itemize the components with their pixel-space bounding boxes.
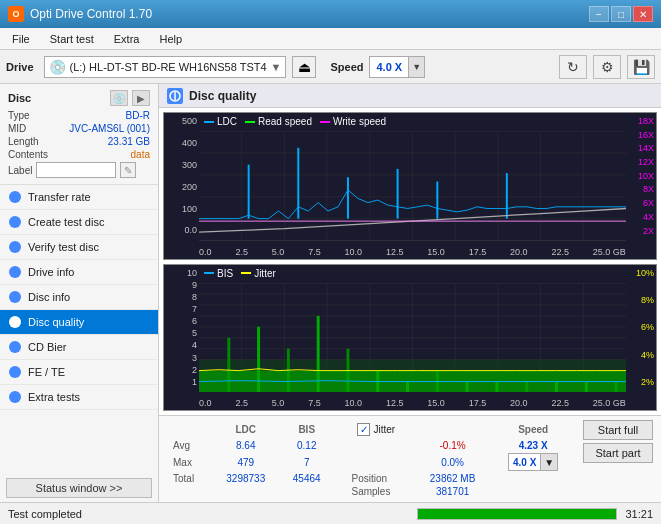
disc-section-label: Disc xyxy=(8,92,31,104)
legend-bis: BIS xyxy=(217,268,233,279)
stats-header-ldc: LDC xyxy=(212,420,280,439)
jitter-checkbox[interactable]: ✓ xyxy=(357,423,370,436)
x-axis-bottom: 0.0 2.5 5.0 7.5 10.0 12.5 15.0 17.5 20.0… xyxy=(199,398,626,408)
stats-avg-bis: 0.12 xyxy=(280,439,334,452)
y-axis-left-top: 500 400 300 200 100 0.0 xyxy=(164,113,199,239)
status-window-button[interactable]: Status window >> xyxy=(6,478,152,498)
nav-label-extra-tests: Extra tests xyxy=(28,391,80,403)
status-time: 31:21 xyxy=(625,508,653,520)
chart-top-legend: LDC Read speed Write speed xyxy=(204,116,386,127)
stats-speed-val: 4.23 X xyxy=(491,439,575,452)
disc-contents-val: data xyxy=(131,149,150,160)
stats-total-bis: 45464 xyxy=(280,472,334,485)
disc-section: Disc 💿 ▶ Type BD-R MID JVC-AMS6L (001) L… xyxy=(0,84,158,185)
label-edit-icon[interactable]: ✎ xyxy=(120,162,136,178)
stats-samples-val: 381701 xyxy=(414,485,491,498)
nav-label-fe-te: FE / TE xyxy=(28,366,65,378)
content-area: Disc quality LDC Read speed Write speed … xyxy=(159,84,661,502)
disc-mid-key: MID xyxy=(8,123,26,134)
drive-dropdown-arrow[interactable]: ▼ xyxy=(271,61,282,73)
stats-header-bis: BIS xyxy=(280,420,334,439)
legend-jitter: Jitter xyxy=(254,268,276,279)
nav-label-drive-info: Drive info xyxy=(28,266,74,278)
disc-icon-2[interactable]: ▶ xyxy=(132,90,150,106)
sidebar-item-transfer-rate[interactable]: Transfer rate xyxy=(0,185,158,210)
disc-icon-1[interactable]: 💿 xyxy=(110,90,128,106)
stats-position-key: Position xyxy=(345,472,413,485)
speed-label: Speed xyxy=(330,61,363,73)
nav-label-disc-info: Disc info xyxy=(28,291,70,303)
menu-extra[interactable]: Extra xyxy=(106,31,148,47)
jitter-checkbox-row: ✓ Jitter xyxy=(351,421,485,438)
chart-bottom-legend: BIS Jitter xyxy=(204,268,276,279)
disc-label-input[interactable] xyxy=(36,162,116,178)
app-icon: O xyxy=(8,6,24,22)
menu-start-test[interactable]: Start test xyxy=(42,31,102,47)
disc-length-val: 23.31 GB xyxy=(108,136,150,147)
title-bar: O Opti Drive Control 1.70 − □ ✕ xyxy=(0,0,661,28)
sidebar: Disc 💿 ▶ Type BD-R MID JVC-AMS6L (001) L… xyxy=(0,84,159,502)
stats-max-jitter: 0.0% xyxy=(414,452,491,472)
stats-max-bis: 7 xyxy=(280,452,334,472)
window-controls: − □ ✕ xyxy=(589,6,653,22)
sidebar-item-extra-tests[interactable]: Extra tests xyxy=(0,385,158,410)
speed-selector[interactable]: 4.0 X ▼ xyxy=(369,56,425,78)
maximize-button[interactable]: □ xyxy=(611,6,631,22)
legend-ldc: LDC xyxy=(217,116,237,127)
disc-mid-val: JVC-AMS6L (001) xyxy=(69,123,150,134)
sidebar-item-disc-quality[interactable]: Disc quality xyxy=(0,310,158,335)
speed-select-arrow[interactable]: ▼ xyxy=(540,454,557,470)
refresh-button[interactable]: ↻ xyxy=(559,55,587,79)
save-button[interactable]: 💾 xyxy=(627,55,655,79)
menu-file[interactable]: File xyxy=(4,31,38,47)
sidebar-item-disc-info[interactable]: Disc info xyxy=(0,285,158,310)
sidebar-item-cd-bier[interactable]: CD Bier xyxy=(0,335,158,360)
stats-position-val: 23862 MB xyxy=(414,472,491,485)
eject-button[interactable]: ⏏ xyxy=(292,56,316,78)
jitter-label: Jitter xyxy=(373,424,395,435)
nav-label-verify-test-disc: Verify test disc xyxy=(28,241,99,253)
sidebar-item-drive-info[interactable]: Drive info xyxy=(0,260,158,285)
sidebar-item-verify-test-disc[interactable]: Verify test disc xyxy=(0,235,158,260)
stats-avg-jitter: -0.1% xyxy=(414,439,491,452)
disc-quality-title: Disc quality xyxy=(189,89,256,103)
disc-quality-header: Disc quality xyxy=(159,84,661,108)
stats-avg-ldc: 8.64 xyxy=(212,439,280,452)
nav-label-disc-quality: Disc quality xyxy=(28,316,84,328)
minimize-button[interactable]: − xyxy=(589,6,609,22)
stats-area: LDC BIS ✓ Jitter Speed Avg 8. xyxy=(159,415,661,502)
legend-write-speed: Write speed xyxy=(333,116,386,127)
nav-label-transfer-rate: Transfer rate xyxy=(28,191,91,203)
y-axis-right-bottom: 10% 8% 6% 4% 2% xyxy=(626,265,656,391)
action-buttons: Start full Start part xyxy=(583,420,653,463)
stats-total-ldc: 3298733 xyxy=(212,472,280,485)
settings-button[interactable]: ⚙ xyxy=(593,55,621,79)
start-part-button[interactable]: Start part xyxy=(583,443,653,463)
chart-top: LDC Read speed Write speed 500 400 300 2… xyxy=(163,112,657,260)
close-button[interactable]: ✕ xyxy=(633,6,653,22)
stats-avg-label: Avg xyxy=(167,439,212,452)
app-title: Opti Drive Control 1.70 xyxy=(30,7,152,21)
drive-label: Drive xyxy=(6,61,34,73)
stats-speed-combo[interactable]: 4.0 X ▼ xyxy=(491,452,575,472)
progress-bar-container xyxy=(417,508,617,520)
charts-container: LDC Read speed Write speed 500 400 300 2… xyxy=(159,108,661,415)
disc-type-val: BD-R xyxy=(126,110,150,121)
drive-value: (L:) HL-DT-ST BD-RE WH16NS58 TST4 xyxy=(70,61,267,73)
stats-header-speed: Speed xyxy=(491,420,575,439)
sidebar-nav: Transfer rate Create test disc Verify te… xyxy=(0,185,158,474)
chart-bottom: BIS Jitter 10 9 8 7 6 5 4 3 2 1 10% xyxy=(163,264,657,412)
sidebar-item-create-test-disc[interactable]: Create test disc xyxy=(0,210,158,235)
disc-length-key: Length xyxy=(8,136,39,147)
speed-dropdown-arrow[interactable]: ▼ xyxy=(408,57,424,77)
start-full-button[interactable]: Start full xyxy=(583,420,653,440)
y-axis-right-top: 18X 16X 14X 12X 10X 8X 6X 4X 2X xyxy=(626,113,656,239)
sidebar-item-fe-te[interactable]: FE / TE xyxy=(0,360,158,385)
disc-label-key: Label xyxy=(8,165,32,176)
stats-max-label: Max xyxy=(167,452,212,472)
x-axis-top: 0.0 2.5 5.0 7.5 10.0 12.5 15.0 17.5 20.0… xyxy=(199,247,626,257)
menu-help[interactable]: Help xyxy=(151,31,190,47)
stats-total-label: Total xyxy=(167,472,212,485)
nav-label-create-test-disc: Create test disc xyxy=(28,216,104,228)
drive-selector[interactable]: 💿 (L:) HL-DT-ST BD-RE WH16NS58 TST4 ▼ xyxy=(44,56,287,78)
